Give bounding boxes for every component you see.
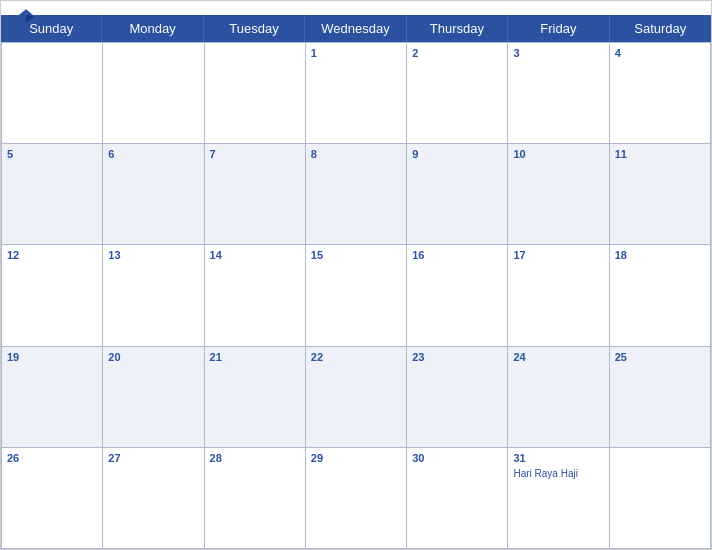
day-cell: 11	[610, 143, 711, 244]
day-header-friday: Friday	[508, 15, 609, 42]
day-cell: 7	[205, 143, 306, 244]
day-number: 22	[311, 350, 401, 365]
day-number: 6	[108, 147, 198, 162]
day-headers: SundayMondayTuesdayWednesdayThursdayFrid…	[1, 15, 711, 42]
day-cell: 2	[407, 42, 508, 143]
day-number: 12	[7, 248, 97, 263]
day-cell: 16	[407, 244, 508, 345]
day-number: 5	[7, 147, 97, 162]
day-cell	[610, 447, 711, 548]
day-number: 9	[412, 147, 502, 162]
day-header-tuesday: Tuesday	[204, 15, 305, 42]
day-number: 11	[615, 147, 705, 162]
day-header-thursday: Thursday	[407, 15, 508, 42]
day-cell: 3	[508, 42, 609, 143]
calendar-header	[1, 1, 711, 15]
day-cell	[2, 42, 103, 143]
day-cell: 22	[306, 346, 407, 447]
day-header-saturday: Saturday	[610, 15, 711, 42]
day-number: 23	[412, 350, 502, 365]
day-number: 31	[513, 451, 603, 466]
day-cell: 5	[2, 143, 103, 244]
day-cell: 24	[508, 346, 609, 447]
day-cell: 23	[407, 346, 508, 447]
day-cell: 12	[2, 244, 103, 345]
day-number: 16	[412, 248, 502, 263]
day-number: 25	[615, 350, 705, 365]
day-number: 20	[108, 350, 198, 365]
day-number: 26	[7, 451, 97, 466]
calendar-container: SundayMondayTuesdayWednesdayThursdayFrid…	[0, 0, 712, 550]
day-cell: 14	[205, 244, 306, 345]
day-number: 10	[513, 147, 603, 162]
day-cell: 8	[306, 143, 407, 244]
day-number: 7	[210, 147, 300, 162]
logo-blue-area	[17, 9, 37, 23]
day-number: 13	[108, 248, 198, 263]
day-cell: 4	[610, 42, 711, 143]
day-cell: 17	[508, 244, 609, 345]
day-cell: 25	[610, 346, 711, 447]
day-cell	[205, 42, 306, 143]
holiday-name: Hari Raya Haji	[513, 468, 603, 479]
day-cell: 27	[103, 447, 204, 548]
day-number: 27	[108, 451, 198, 466]
day-cell: 20	[103, 346, 204, 447]
day-number: 3	[513, 46, 603, 61]
day-cell: 6	[103, 143, 204, 244]
day-number: 28	[210, 451, 300, 466]
logo	[17, 9, 37, 23]
day-number: 21	[210, 350, 300, 365]
day-number: 30	[412, 451, 502, 466]
day-header-wednesday: Wednesday	[305, 15, 406, 42]
day-number: 14	[210, 248, 300, 263]
day-cell: 26	[2, 447, 103, 548]
day-cell: 19	[2, 346, 103, 447]
day-number: 15	[311, 248, 401, 263]
day-number: 17	[513, 248, 603, 263]
day-cell: 28	[205, 447, 306, 548]
day-cell: 18	[610, 244, 711, 345]
day-cell: 13	[103, 244, 204, 345]
day-number: 4	[615, 46, 705, 61]
day-cell: 1	[306, 42, 407, 143]
day-cell: 30	[407, 447, 508, 548]
day-cell: 31Hari Raya Haji	[508, 447, 609, 548]
day-number: 2	[412, 46, 502, 61]
day-number: 19	[7, 350, 97, 365]
logo-bird-icon	[17, 9, 35, 23]
day-number: 1	[311, 46, 401, 61]
calendar-grid: 1234567891011121314151617181920212223242…	[1, 42, 711, 549]
day-cell: 10	[508, 143, 609, 244]
day-number: 24	[513, 350, 603, 365]
day-cell: 15	[306, 244, 407, 345]
day-cell: 29	[306, 447, 407, 548]
day-cell: 9	[407, 143, 508, 244]
day-number: 8	[311, 147, 401, 162]
day-header-monday: Monday	[102, 15, 203, 42]
day-cell: 21	[205, 346, 306, 447]
day-number: 18	[615, 248, 705, 263]
day-number: 29	[311, 451, 401, 466]
day-cell	[103, 42, 204, 143]
